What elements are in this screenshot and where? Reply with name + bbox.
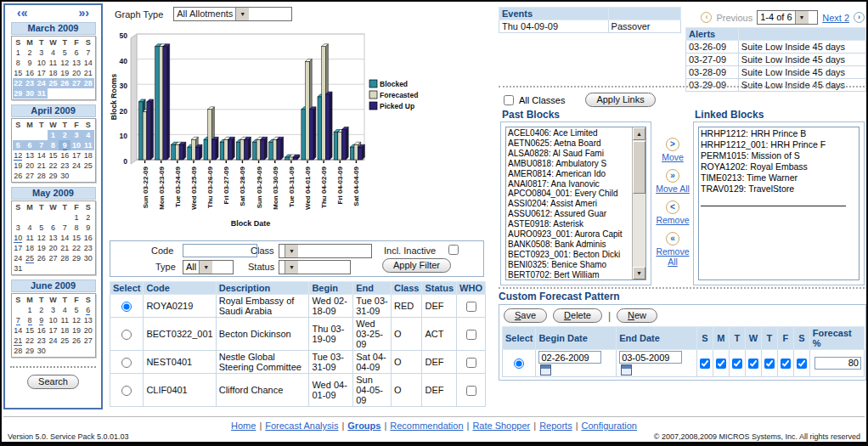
past-blocks-listbox[interactable]: ACEL0406: Ace LimitedAETN0625: Aetna Boa… bbox=[505, 127, 646, 280]
calendar-day[interactable]: 31 bbox=[36, 88, 48, 99]
calendar-day[interactable]: 2 bbox=[36, 305, 48, 315]
calendar-day[interactable]: 8 bbox=[13, 58, 25, 68]
calendar-day[interactable]: 13 bbox=[82, 315, 94, 325]
chevron-down-icon[interactable]: ▼ bbox=[285, 261, 298, 274]
calendar-day[interactable]: 29 bbox=[13, 88, 25, 99]
calendar-day[interactable]: 3 bbox=[70, 130, 82, 140]
list-item[interactable]: ROYA1202: Royal Embass bbox=[701, 161, 859, 172]
calendar-day[interactable]: 20 bbox=[24, 161, 36, 171]
search-button[interactable]: Search bbox=[27, 375, 79, 389]
calendar-day[interactable]: 7 bbox=[59, 223, 70, 233]
calendar-day[interactable]: 23 bbox=[24, 78, 36, 88]
all-classes-checkbox[interactable] bbox=[504, 95, 514, 105]
calendar-day[interactable]: 27 bbox=[70, 78, 82, 88]
who-checkbox[interactable] bbox=[466, 302, 476, 312]
calendar-day[interactable]: 18 bbox=[24, 243, 36, 253]
list-item[interactable]: AMER0814: American Ido bbox=[508, 169, 632, 179]
calendar-day[interactable]: 2 bbox=[24, 48, 36, 58]
calendar-day[interactable]: 25 bbox=[48, 78, 59, 88]
alert-row[interactable]: 03-26-09Suite Low Inside 45 days bbox=[686, 41, 866, 54]
chevron-down-icon[interactable]: ▼ bbox=[199, 261, 212, 274]
footer-link-forecast-analysis[interactable]: Forecast Analysis bbox=[265, 421, 338, 431]
footer-link-groups[interactable]: Groups bbox=[347, 421, 380, 431]
calendar-day[interactable]: 11 bbox=[59, 315, 70, 325]
calendar-day[interactable]: 24 bbox=[36, 78, 48, 88]
calendar-day[interactable]: 24 bbox=[70, 161, 82, 171]
list-item[interactable]: ASSU0612: Assured Guar bbox=[508, 209, 632, 219]
calendar-icon[interactable] bbox=[621, 364, 632, 375]
remove-icon[interactable]: < bbox=[666, 200, 679, 214]
calendar-day[interactable]: 20 bbox=[82, 325, 94, 336]
calendar-day[interactable]: 30 bbox=[59, 171, 70, 181]
calendar-day[interactable]: 14 bbox=[82, 58, 94, 68]
day-wed-checkbox[interactable] bbox=[748, 358, 758, 369]
calendar-day[interactable]: 17 bbox=[48, 325, 59, 336]
calendar-day[interactable]: 4 bbox=[48, 48, 59, 58]
page-range-select[interactable]: 1-4 of 6 ▼ bbox=[757, 10, 818, 25]
calendar-day[interactable]: 25 bbox=[24, 253, 36, 263]
calendar-day[interactable]: 23 bbox=[82, 243, 94, 253]
calendar-day[interactable]: 23 bbox=[59, 161, 70, 171]
calendar-day[interactable]: 20 bbox=[70, 68, 82, 78]
calendar-day[interactable]: 7 bbox=[36, 140, 48, 150]
calendar-day[interactable]: 15 bbox=[70, 233, 82, 243]
calendar-day[interactable]: 30 bbox=[36, 346, 48, 356]
calendar-day[interactable]: 16 bbox=[24, 68, 36, 78]
type-select[interactable]: All ▼ bbox=[183, 260, 234, 274]
calendar-day[interactable]: 9 bbox=[82, 223, 94, 233]
calendar-day[interactable]: 16 bbox=[82, 233, 94, 243]
calendar-day[interactable]: 14 bbox=[13, 325, 25, 336]
calendar-day[interactable]: 15 bbox=[48, 150, 59, 161]
calendar-prev-arrows[interactable]: ‹« bbox=[17, 7, 27, 19]
calendar-next-arrows[interactable]: »› bbox=[79, 7, 89, 19]
calendar-day[interactable]: 22 bbox=[48, 161, 59, 171]
calendar-day[interactable]: 11 bbox=[82, 140, 94, 150]
end-date-input[interactable] bbox=[619, 351, 682, 364]
calendar-day[interactable]: 21 bbox=[13, 336, 25, 346]
calendar-day[interactable]: 10 bbox=[36, 58, 48, 68]
chevron-down-icon[interactable]: ▼ bbox=[235, 8, 249, 20]
row-select-radio[interactable] bbox=[121, 302, 132, 312]
calendar-day[interactable]: 15 bbox=[24, 325, 36, 336]
calendar-day[interactable]: 27 bbox=[48, 253, 59, 263]
calendar-day[interactable]: 2 bbox=[82, 212, 94, 223]
list-item[interactable]: BANK0508: Bank Adminis bbox=[508, 240, 632, 250]
calendar-day[interactable]: 12 bbox=[13, 150, 25, 161]
list-item[interactable]: BENI0325: Benice Shamo bbox=[508, 260, 632, 270]
calendar-day[interactable]: 12 bbox=[59, 58, 70, 68]
calendar-day[interactable]: 9 bbox=[59, 140, 70, 150]
remove-all-icon[interactable]: « bbox=[666, 232, 679, 246]
calendar-day[interactable]: 13 bbox=[48, 233, 59, 243]
list-item[interactable]: HRHP1212_001: HRH Prince F bbox=[701, 139, 859, 150]
calendar-day[interactable]: 15 bbox=[13, 68, 25, 78]
chevron-down-icon[interactable]: ▼ bbox=[285, 245, 298, 257]
calendar-day[interactable]: 7 bbox=[13, 315, 25, 325]
calendar-day[interactable]: 18 bbox=[48, 68, 59, 78]
calendar-day[interactable]: 6 bbox=[82, 305, 94, 315]
save-button[interactable]: Save bbox=[504, 308, 547, 323]
calendar-day[interactable]: 17 bbox=[70, 150, 82, 161]
calendar-day[interactable]: 29 bbox=[48, 171, 59, 181]
forecast-pct-input[interactable] bbox=[814, 357, 861, 370]
day-sun-checkbox[interactable] bbox=[700, 358, 710, 369]
calendar-day[interactable]: 26 bbox=[36, 253, 48, 263]
calendar-day[interactable]: 14 bbox=[59, 233, 70, 243]
begin-date-input[interactable] bbox=[538, 351, 601, 364]
list-item[interactable]: ALSA0828: Al Saud Fami bbox=[508, 149, 632, 159]
calendar-day[interactable]: 12 bbox=[36, 233, 48, 243]
calendar-day[interactable]: 10 bbox=[13, 233, 25, 243]
alert-row[interactable]: 03-27-09Suite Low Inside 45 days bbox=[686, 54, 866, 66]
calendar-icon[interactable] bbox=[540, 364, 551, 375]
calendar-day[interactable]: 30 bbox=[82, 253, 94, 263]
calendar-day[interactable]: 18 bbox=[82, 150, 94, 161]
calendar-day[interactable]: 6 bbox=[48, 223, 59, 233]
calendar-day[interactable]: 12 bbox=[70, 315, 82, 325]
delete-button[interactable]: Delete bbox=[553, 308, 602, 323]
calendar-day[interactable]: 10 bbox=[48, 315, 59, 325]
calendar-day[interactable]: 9 bbox=[24, 58, 36, 68]
code-input[interactable] bbox=[183, 244, 257, 257]
calendar-day[interactable]: 14 bbox=[36, 150, 48, 161]
apply-links-button[interactable]: Apply Links bbox=[585, 93, 655, 107]
calendar-day[interactable]: 5 bbox=[13, 140, 25, 150]
calendar-day[interactable]: 22 bbox=[13, 78, 25, 88]
